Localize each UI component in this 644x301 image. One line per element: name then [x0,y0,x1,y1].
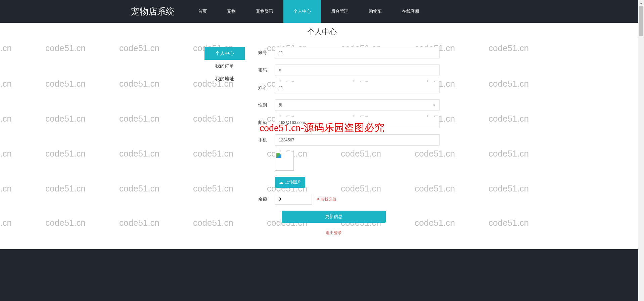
sidebar-item-1[interactable]: 我的订单 [204,60,245,73]
watermark: code51.cn [0,218,12,228]
nav-link-1[interactable]: 宠物 [217,0,246,23]
watermark: code51.cn [45,79,86,89]
logout-link[interactable]: 退出登录 [282,230,386,236]
upload-image-button[interactable]: 上传图片 [275,177,305,188]
account-label: 账号 [258,50,275,56]
watermark: code51.cn [489,218,529,228]
phone-label: 手机 [258,137,275,143]
sidebar: 个人中心我的订单我的地址 [204,47,245,236]
cloud-upload-icon [279,180,283,185]
email-label: 邮箱 [258,120,275,126]
gender-select[interactable]: 男 ▼ [275,99,440,111]
sidebar-item-2[interactable]: 我的地址 [204,73,245,85]
watermark: code51.cn [119,148,159,159]
chevron-down-icon: ▼ [432,103,436,107]
watermark: code51.cn [0,114,12,124]
brand-title: 宠物店系统 [131,6,175,17]
profile-form: 账号 密码 姓名 性别 男 ▼ 邮箱 手机 [258,47,440,236]
watermark: code51.cn [0,148,12,159]
update-info-button[interactable]: 更新信息 [282,211,386,223]
watermark: code51.cn [45,114,86,124]
watermark: code51.cn [489,79,529,89]
currency-icon: ¥ [317,197,319,202]
scroll-up-arrow-icon[interactable]: ▲ [638,0,644,6]
watermark: code51.cn [489,43,529,53]
name-input[interactable] [275,82,440,93]
watermark: code51.cn [119,114,159,124]
watermark: code51.cn [0,183,12,194]
email-input[interactable] [275,117,440,128]
password-input[interactable] [275,64,440,76]
nav-link-0[interactable]: 首页 [188,0,217,23]
balance-input[interactable] [275,194,312,205]
top-navigation: 宠物店系统 首页宠物宠物资讯个人中心后台管理购物车在线客服 [0,0,644,23]
gender-label: 性别 [258,102,275,108]
recharge-link[interactable]: 点我充值 [320,197,336,202]
gender-value: 男 [279,102,283,108]
watermark: code51.cn [489,183,529,194]
nav-link-4[interactable]: 后台管理 [321,0,359,23]
account-input[interactable] [275,47,440,58]
nav-link-3[interactable]: 个人中心 [283,0,321,23]
watermark: code51.cn [119,183,159,194]
scrollbar-thumb[interactable] [639,6,643,36]
avatar-preview [275,152,294,171]
watermark: code51.cn [0,43,12,53]
password-label: 密码 [258,67,275,73]
broken-image-icon [276,153,281,158]
footer [0,249,644,301]
watermark: code51.cn [489,148,529,159]
page-title: 个人中心 [0,27,644,37]
watermark: code51.cn [0,79,12,89]
watermark: code51.cn [119,43,159,53]
watermark: code51.cn [489,114,529,124]
nav-link-2[interactable]: 宠物资讯 [246,0,283,23]
balance-label: 余额 [258,196,275,202]
upload-label: 上传图片 [285,179,301,185]
watermark: code51.cn [45,43,86,53]
watermark: code51.cn [45,218,86,228]
watermark: code51.cn [45,148,86,159]
watermark: code51.cn [45,183,86,194]
sidebar-item-0[interactable]: 个人中心 [204,47,245,60]
watermark: code51.cn [119,79,159,89]
phone-input[interactable] [275,134,440,146]
nav-link-5[interactable]: 购物车 [359,0,392,23]
scrollbar[interactable]: ▲ [638,0,644,301]
name-label: 姓名 [258,85,275,91]
nav-link-6[interactable]: 在线客服 [392,0,429,23]
watermark: code51.cn [119,218,159,228]
